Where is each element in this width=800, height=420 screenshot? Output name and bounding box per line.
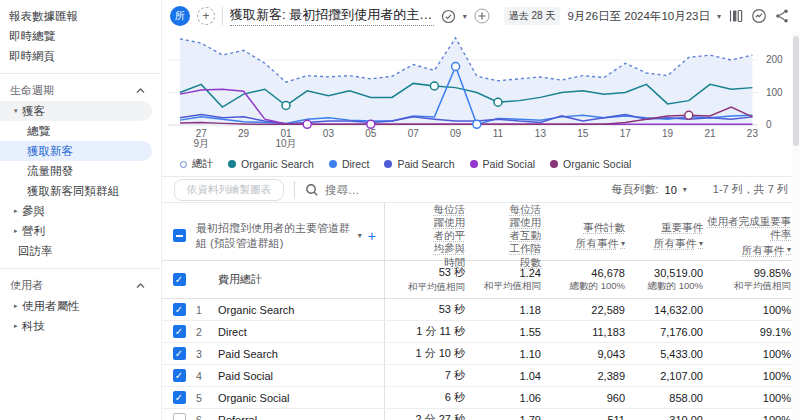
search-input[interactable] (325, 184, 565, 196)
totals-checkbox[interactable]: ✓ (173, 273, 186, 286)
sidebar-item-獲取新客[interactable]: 獲取新客 (0, 141, 152, 161)
legend-item-Paid Social[interactable]: Paid Social (470, 158, 536, 170)
row-value-3: 11,183 (550, 321, 634, 342)
add-report-button[interactable] (474, 8, 490, 24)
dimension-caret-icon[interactable]: ▾ (358, 231, 362, 240)
plot-rows-chip[interactable]: 依資料列繪製圖表 (174, 179, 284, 201)
filter-caret-icon: ▾ (787, 245, 791, 255)
totals-label: 費用總計 (218, 261, 384, 298)
metric-header-3[interactable]: 事件計數所有事件▾ (550, 203, 634, 269)
legend-item-Organic Search[interactable]: Organic Search (228, 158, 314, 170)
row-checkbox-cell: ✓ (162, 343, 196, 364)
metric-header-1[interactable]: 每位活躍使用者的平均參與時間 (384, 203, 474, 269)
sidebar-item-參與[interactable]: ▸參與 (0, 201, 152, 221)
chevron-up-icon[interactable] (136, 279, 145, 291)
vertical-scrollbar[interactable] (792, 32, 800, 420)
chevron-collapsed-icon[interactable]: ▸ (9, 322, 22, 330)
sidebar-item-科技[interactable]: ▸科技 (0, 316, 152, 336)
legend-item-Direct[interactable]: Direct (329, 158, 369, 170)
add-comparison-button[interactable]: + (197, 7, 215, 25)
sidebar-item-報表數據匯報[interactable]: 報表數據匯報 (0, 6, 152, 26)
cell-value: 1.18 (520, 304, 541, 316)
metric-event-filter[interactable]: 所有事件▾ (576, 237, 625, 250)
chevron-expanded-icon[interactable]: ▾ (9, 107, 22, 115)
sidebar-item-label: 獲取新客 (27, 144, 73, 159)
sidebar-item-營利[interactable]: ▸營利 (0, 221, 152, 241)
row-value-4: 310.00 (634, 409, 712, 420)
sidebar-item-獲取新客同類群組[interactable]: 獲取新客同類群組 (0, 181, 152, 201)
row-checkbox[interactable] (173, 413, 186, 420)
row-value-1: 1 分 10 秒 (384, 343, 474, 364)
sidebar-item-即時網頁[interactable]: 即時網頁 (0, 46, 152, 66)
sidebar-section-使用者[interactable]: 使用者 (0, 274, 161, 296)
legend-item-Organic Social[interactable]: Organic Social (550, 158, 631, 170)
row-checkbox[interactable]: ✓ (173, 303, 186, 316)
data-point-marker[interactable] (473, 120, 481, 128)
table-search (305, 183, 601, 197)
row-value-1: 2 分 27 秒 (384, 409, 474, 420)
metric-header-5[interactable]: 使用者完成重要事件率所有事件▾ (712, 203, 800, 269)
data-point-marker[interactable] (685, 111, 693, 119)
chevron-collapsed-icon[interactable]: ▸ (9, 302, 22, 310)
row-value-3: 2,389 (550, 365, 634, 386)
cell-value: 2,107.00 (660, 370, 703, 382)
row-checkbox[interactable]: ✓ (173, 325, 186, 338)
channel-name[interactable]: Organic Social (218, 387, 384, 408)
sidebar-item-獲客[interactable]: ▾獲客 (0, 101, 152, 121)
comparison-editor-icon[interactable] (728, 8, 744, 24)
rows-per-page-caret-icon[interactable]: ▾ (683, 185, 687, 194)
chevron-collapsed-icon[interactable]: ▸ (9, 207, 22, 215)
cell-value: 53 秒 (439, 302, 465, 317)
data-point-marker[interactable] (282, 102, 290, 110)
metric-event-filter[interactable]: 所有事件▾ (654, 237, 703, 250)
date-range-text[interactable]: 9月26日至 2024年10月23日 (567, 9, 710, 24)
metric-header-title: 每位活躍使用者的平均參與時間 (427, 203, 465, 269)
line-chart[interactable]: 0100200279月290110月0305070911131517192123 (168, 35, 796, 151)
data-point-marker[interactable] (430, 82, 438, 90)
chevron-collapsed-icon[interactable]: ▸ (9, 227, 22, 235)
header-divider (222, 7, 223, 25)
select-all-checkbox[interactable] (173, 229, 186, 242)
scrollbar-thumb[interactable] (793, 36, 799, 146)
chevron-up-icon[interactable] (136, 84, 145, 96)
channel-name[interactable]: Direct (218, 321, 384, 342)
sidebar-item-流量開發[interactable]: 流量開發 (0, 161, 152, 181)
data-table: 最初招攬到使用者的主要管道群組 (預設管道群組) ▾ + 每位活躍使用者的平均參… (162, 203, 800, 420)
data-point-marker[interactable] (494, 98, 502, 106)
row-checkbox[interactable]: ✓ (173, 391, 186, 404)
add-dimension-button[interactable]: + (368, 228, 376, 244)
dimension-header-label[interactable]: 最初招攬到使用者的主要管道群組 (預設管道群組) (196, 221, 352, 251)
x-axis-label: 19 (662, 128, 674, 139)
report-title[interactable]: 獲取新客: 最初招攬到使用者的主要管道群組 (預設管道群組) (230, 6, 434, 26)
sidebar-section-生命週期[interactable]: 生命週期 (0, 79, 161, 101)
x-axis-label: 23 (747, 128, 759, 139)
sidebar-item-總覽[interactable]: 總覽 (0, 121, 152, 141)
row-value-4: 5,433.00 (634, 343, 712, 364)
legend-item-Paid Search[interactable]: Paid Search (384, 158, 454, 170)
row-checkbox[interactable]: ✓ (173, 347, 186, 360)
share-icon[interactable] (774, 8, 790, 24)
sidebar-item-回訪率[interactable]: 回訪率 (0, 241, 152, 261)
x-axis-label: 15 (577, 128, 589, 139)
row-number: 4 (196, 365, 218, 386)
sidebar-item-即時總覽[interactable]: 即時總覽 (0, 26, 152, 46)
metric-event-filter[interactable]: 所有事件▾ (742, 244, 791, 257)
channel-name[interactable]: Paid Search (218, 343, 384, 364)
channel-name[interactable]: Organic Search (218, 299, 384, 320)
title-caret-icon[interactable]: ▾ (463, 12, 467, 21)
main-area: 所 + 獲取新客: 最初招攬到使用者的主要管道群組 (預設管道群組) ▾ 過去 … (162, 0, 800, 420)
rows-per-page-value[interactable]: 10 (665, 184, 677, 196)
metric-header-4[interactable]: 重要事件所有事件▾ (634, 203, 712, 269)
channel-name[interactable]: Referral (218, 409, 384, 420)
legend-item-總計[interactable]: 總計 (180, 157, 213, 171)
all-users-comparison-chip[interactable]: 所 (170, 6, 190, 26)
metric-header-2[interactable]: 每位活躍使用者互動工作階段數 (474, 203, 550, 269)
channel-name[interactable]: Paid Social (218, 365, 384, 386)
insights-icon[interactable] (751, 8, 767, 24)
sidebar-item-使用者屬性[interactable]: ▸使用者屬性 (0, 296, 152, 316)
data-point-marker[interactable] (452, 63, 460, 71)
row-checkbox[interactable]: ✓ (173, 369, 186, 382)
data-point-marker[interactable] (303, 120, 311, 128)
date-preset-chip[interactable]: 過去 28 天 (504, 7, 561, 25)
date-caret-icon[interactable]: ▾ (717, 12, 721, 21)
